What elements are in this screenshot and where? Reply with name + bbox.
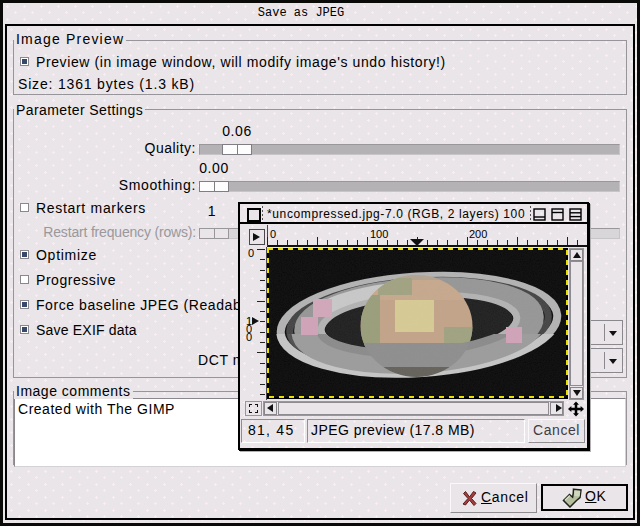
svg-text:0: 0 <box>246 331 252 343</box>
svg-text:0: 0 <box>248 247 254 259</box>
svg-text:100: 100 <box>370 228 388 240</box>
svg-text:0: 0 <box>270 228 276 240</box>
svg-text:200: 200 <box>469 228 487 240</box>
